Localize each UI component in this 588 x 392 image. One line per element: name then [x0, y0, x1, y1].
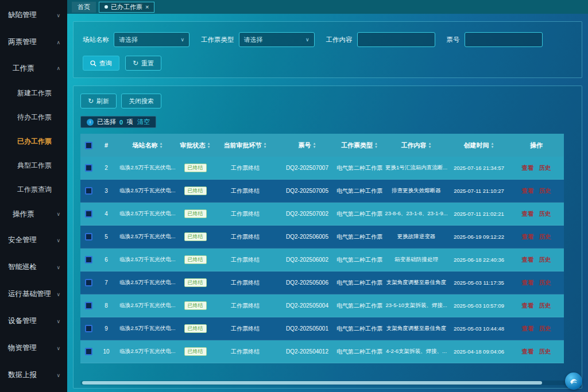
row-index: 6	[96, 249, 116, 271]
sidebar-item[interactable]: 运行基础管理	[0, 281, 67, 308]
station-name: 临涣2.5万千瓦光伏电...	[116, 249, 179, 271]
row-checkbox[interactable]	[85, 325, 92, 332]
ticket-no-input[interactable]	[470, 36, 537, 43]
select-all-checkbox[interactable]	[85, 142, 92, 149]
row-checkbox[interactable]	[85, 187, 92, 195]
row-checkbox[interactable]	[85, 233, 92, 240]
horizontal-scrollbar-thumb[interactable]	[82, 381, 542, 385]
column-header[interactable]: 工作内容	[384, 134, 449, 157]
search-button[interactable]: 查询	[83, 56, 119, 71]
chevron-icon	[56, 319, 60, 324]
work-content-input[interactable]	[362, 36, 430, 43]
history-link[interactable]: 历史	[539, 233, 551, 241]
station-select[interactable]: 请选择 ∨	[114, 32, 189, 47]
view-link[interactable]: 查看	[522, 187, 534, 195]
sidebar-item[interactable]: 操作票	[0, 201, 67, 227]
column-header[interactable]: 当前审批环节	[211, 134, 279, 157]
sort-icon[interactable]	[313, 142, 316, 149]
table-panel: ↻ 刷新 关闭搜索 i 已选择 0 项 清空	[73, 86, 582, 389]
column-header[interactable]: 工作票类型	[335, 134, 384, 157]
column-header[interactable]: 创建时间	[449, 134, 509, 157]
station-name: 临涣2.5万千瓦光伏电...	[116, 157, 179, 179]
view-link[interactable]: 查看	[522, 302, 534, 310]
history-link[interactable]: 历史	[539, 302, 551, 310]
view-link[interactable]: 查看	[522, 279, 534, 287]
work-content: 支架角度调整至最佳角度	[384, 317, 449, 340]
row-checkbox[interactable]	[85, 279, 92, 286]
sort-icon[interactable]	[160, 142, 163, 149]
sidebar-item[interactable]: 已办工作票	[0, 129, 67, 153]
row-checkbox[interactable]	[85, 210, 92, 218]
approval-step: 工作票终结	[211, 226, 279, 248]
column-header[interactable]: 场站名称	[116, 134, 179, 157]
ticket-number: DQ2-202506002	[279, 249, 335, 271]
table-row[interactable]: 8 临涣2.5万千瓦光伏电... 已终结 工作票终结 DQ2-202505004…	[80, 294, 564, 317]
sidebar-item[interactable]: 智能巡检	[0, 254, 67, 281]
column-header[interactable]: 票号	[279, 134, 335, 157]
tab[interactable]: 已办工作票 ×	[99, 2, 154, 13]
table-row[interactable]: 5 临涣2.5万千瓦光伏电... 已终结 工作票终结 DQ2-202506005…	[80, 226, 564, 249]
history-link[interactable]: 历史	[539, 164, 551, 172]
sidebar-item[interactable]: 典型工作票	[0, 153, 67, 177]
ticket-no-filter-group: 票号	[447, 32, 543, 47]
sort-icon[interactable]	[374, 142, 378, 149]
sidebar-item[interactable]: 物资管理	[0, 335, 67, 362]
table-row[interactable]: 3 临涣2.5万千瓦光伏电... 已终结 工作票终结 DQ2-202507005…	[80, 180, 564, 203]
table-row[interactable]: 4 临涣2.5万千瓦光伏电... 已终结 工作票终结 DQ2-202507002…	[80, 203, 564, 226]
view-link[interactable]: 查看	[522, 348, 534, 356]
refresh-button[interactable]: ↻ 刷新	[80, 94, 117, 108]
view-link[interactable]: 查看	[522, 325, 534, 333]
row-index: 10	[96, 340, 116, 363]
history-link[interactable]: 历史	[539, 348, 551, 356]
clear-selection-link[interactable]: 清空	[137, 118, 150, 126]
close-search-button[interactable]: 关闭搜索	[121, 94, 161, 108]
column-header[interactable]: 操作	[509, 134, 564, 157]
sort-icon[interactable]	[264, 142, 267, 149]
history-link[interactable]: 历史	[539, 279, 551, 287]
view-link[interactable]: 查看	[522, 164, 534, 172]
sidebar-item[interactable]: 工作票	[0, 56, 67, 81]
close-icon[interactable]: ×	[145, 4, 149, 10]
table-row[interactable]: 9 临涣2.5万千瓦光伏电... 已终结 工作票终结 DQ2-202505001…	[80, 317, 564, 340]
column-header[interactable]: 审批状态	[179, 134, 211, 157]
approval-step: 工作票终结	[211, 203, 279, 225]
history-link[interactable]: 历史	[539, 210, 551, 218]
filter-actions: 查询 ↻ 重置	[83, 56, 572, 71]
history-link[interactable]: 历史	[539, 187, 551, 195]
sidebar-item[interactable]: 两票管理	[0, 29, 67, 56]
assistant-button[interactable]	[565, 372, 582, 390]
chevron-icon	[56, 13, 60, 18]
sidebar-item[interactable]: 工作票查询	[0, 177, 67, 201]
row-checkbox[interactable]	[85, 256, 92, 263]
table-row[interactable]: 2 临涣2.5万千瓦光伏电... 已终结 工作票终结 DQ2-202507007…	[80, 157, 564, 180]
table-row[interactable]: 6 临涣2.5万千瓦光伏电... 已终结 工作票终结 DQ2-202506002…	[80, 249, 564, 271]
sidebar-nav: 缺陷管理 两票管理 工作票 新建工作票	[0, 2, 67, 389]
sidebar-item[interactable]: 缺陷管理	[0, 2, 67, 29]
sidebar-item[interactable]: 新建工作票	[0, 81, 67, 105]
view-link[interactable]: 查看	[522, 210, 534, 218]
sidebar-item[interactable]: 安全管理	[0, 227, 67, 254]
sort-icon[interactable]	[428, 142, 432, 149]
created-time: 2025-05-03 11:17:35	[449, 271, 509, 294]
row-checkbox-cell	[80, 157, 96, 179]
table-row[interactable]: 10 临涣2.5万千瓦光伏电... 已终结 工作票终结 DQ2-20250401…	[80, 340, 564, 363]
sort-icon[interactable]	[207, 142, 211, 149]
history-link[interactable]: 历史	[539, 325, 551, 333]
table-row[interactable]: 7 临涣2.5万千瓦光伏电... 已终结 工作票终结 DQ2-202505006…	[80, 271, 564, 294]
row-checkbox[interactable]	[85, 302, 92, 309]
row-index: 5	[96, 226, 116, 248]
sort-icon[interactable]	[491, 142, 494, 149]
chevron-down-icon: ∨	[305, 37, 310, 42]
reset-button[interactable]: ↻ 重置	[125, 56, 161, 71]
sidebar-item[interactable]: 数据上报	[0, 362, 67, 389]
tab[interactable]: 首页	[72, 2, 96, 13]
row-checkbox[interactable]	[85, 348, 92, 355]
column-header[interactable]: #	[96, 134, 116, 157]
row-checkbox[interactable]	[85, 164, 92, 172]
sidebar-item[interactable]: 设备管理	[0, 308, 67, 335]
ticket-type-select[interactable]: 请选择 ∨	[239, 32, 315, 47]
view-link[interactable]: 查看	[522, 256, 534, 264]
view-link[interactable]: 查看	[522, 233, 534, 241]
history-link[interactable]: 历史	[539, 256, 551, 264]
sidebar-item[interactable]: 待办工作票	[0, 105, 67, 129]
